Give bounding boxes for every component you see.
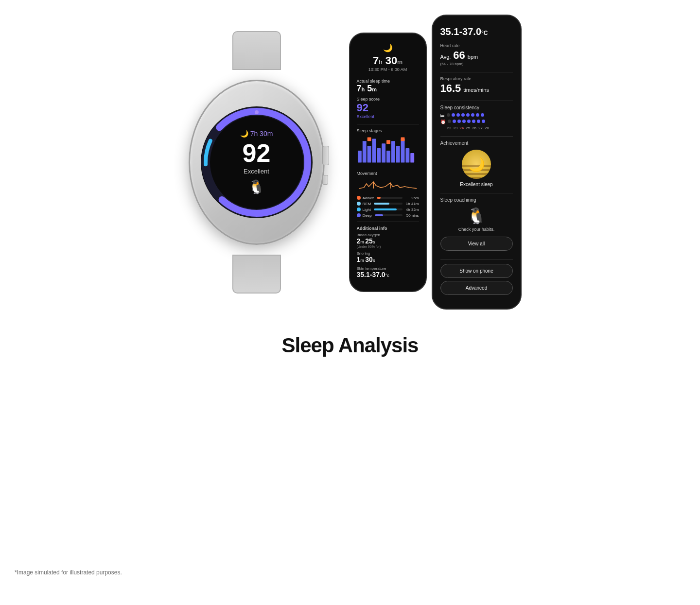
watch-moon-icon: 🌙 bbox=[240, 130, 248, 138]
view-all-button[interactable]: View all bbox=[440, 237, 513, 251]
advanced-button[interactable]: Advanced bbox=[440, 281, 513, 295]
alarm-dot-2 bbox=[453, 120, 456, 123]
time-range: 10:30 PM - 6:00 AM bbox=[357, 67, 419, 72]
blood-oxygen-row: Blood oxygen 2m 25s (Under 90% for) bbox=[357, 233, 419, 248]
snoring-row: Snoring 1m 30s bbox=[357, 251, 419, 263]
deep-time: 50mins bbox=[405, 213, 419, 218]
svg-rect-5 bbox=[362, 141, 366, 162]
alarm-dot-4 bbox=[462, 120, 466, 123]
svg-point-3 bbox=[255, 110, 259, 114]
medal-icon: 🌙 bbox=[462, 150, 491, 179]
alarm-dot-7 bbox=[477, 120, 480, 123]
phone-screen-metrics: 35.1-37.0°C Heart rate Avg. 66 bpm (54 -… bbox=[432, 15, 522, 310]
svg-rect-17 bbox=[386, 140, 390, 144]
awake-row: Awake 25m bbox=[357, 196, 419, 200]
svg-rect-14 bbox=[405, 148, 409, 163]
watch-screen: 🌙 7h 30m 92 Excellent 🐧 bbox=[201, 106, 313, 218]
sleep-stages-chart bbox=[357, 136, 419, 165]
watch-outer: 🌙 7h 30m 92 Excellent 🐧 bbox=[189, 80, 325, 245]
svg-rect-9 bbox=[382, 143, 385, 162]
svg-rect-4 bbox=[357, 151, 361, 163]
movement-label: Movement bbox=[357, 171, 419, 176]
svg-rect-18 bbox=[401, 137, 404, 141]
watch-time: 7h 30m bbox=[250, 130, 273, 138]
dot-8 bbox=[481, 113, 484, 117]
svg-rect-8 bbox=[377, 148, 381, 163]
score-number: 92 bbox=[357, 102, 419, 114]
svg-rect-6 bbox=[367, 146, 371, 162]
additional-info-label: Additional info bbox=[357, 226, 419, 231]
coaching-section: Sleep coachinng 🐧 Check your habits. Vie… bbox=[440, 197, 513, 254]
page-title: Sleep Analysis bbox=[282, 334, 419, 357]
respiratory-section: Respiratory rate 16.5 times/mins bbox=[440, 76, 513, 95]
skin-temp-row: Skin temperature 35.1-37.0°c bbox=[357, 266, 419, 278]
watch-penguin-icon: 🐧 bbox=[240, 179, 273, 195]
dot-5 bbox=[466, 113, 470, 117]
heart-rate-label: Heart rate bbox=[440, 43, 513, 48]
actual-time: 7h 5m bbox=[357, 84, 419, 94]
alarm-dot-8 bbox=[482, 120, 485, 123]
respiratory-value: 16.5 times/mins bbox=[440, 82, 513, 95]
coaching-title: Sleep coachinng bbox=[440, 197, 513, 203]
alarm-dot-6 bbox=[472, 120, 475, 123]
watch-score: 92 bbox=[240, 140, 273, 166]
alarm-dots bbox=[448, 120, 485, 123]
blood-oxygen-value: 2m 25s bbox=[357, 237, 419, 245]
awake-bar bbox=[377, 197, 381, 199]
light-bar bbox=[374, 208, 397, 210]
deep-label: Deep bbox=[363, 213, 372, 218]
rem-row: REM 1h 41m bbox=[357, 202, 419, 206]
score-label: Sleep score bbox=[357, 97, 419, 102]
achievement-medal: 🌙 bbox=[440, 150, 513, 179]
show-on-phone-button[interactable]: Show on phone bbox=[440, 264, 513, 278]
skin-temp-label: Skin temperature bbox=[357, 266, 419, 271]
watch-band-bottom bbox=[232, 255, 281, 294]
page-title-section: Sleep Analysis bbox=[282, 310, 419, 367]
heart-rate-section: Heart rate Avg. 66 bpm (54 - 78 bpm) bbox=[440, 43, 513, 66]
coaching-text: Check your habits. bbox=[440, 227, 513, 232]
deep-bar bbox=[375, 214, 383, 216]
alarm-dot-5 bbox=[467, 120, 471, 123]
awake-time: 25m bbox=[405, 196, 419, 200]
rem-dot bbox=[357, 202, 361, 206]
sleep-consistency-section: Sleep consistency 🛏 ⏰ bbox=[440, 105, 513, 130]
phone-header: 🌙 7h 30m 10:30 PM - 6:00 AM bbox=[357, 43, 419, 72]
dot-4 bbox=[461, 113, 465, 117]
watch-band-top bbox=[232, 31, 281, 70]
achievement-title: Achievement bbox=[440, 140, 513, 146]
svg-rect-15 bbox=[410, 153, 414, 162]
dot-3 bbox=[456, 113, 460, 117]
deep-row: Deep 50mins bbox=[357, 213, 419, 218]
rem-label: REM bbox=[363, 202, 371, 206]
blood-oxygen-sub: (Under 90% for) bbox=[357, 245, 419, 248]
deep-dot bbox=[357, 213, 361, 217]
watch-button bbox=[322, 175, 328, 185]
score-text: Excellent bbox=[357, 114, 419, 119]
bed-dots bbox=[447, 113, 484, 117]
day-numbers: 22 23 24 25 26 27 28 bbox=[440, 126, 513, 130]
svg-rect-10 bbox=[386, 151, 390, 163]
svg-rect-7 bbox=[372, 138, 376, 162]
moon-icon: 🌙 bbox=[357, 43, 419, 52]
disclaimer: *Image simulated for illustrated purpose… bbox=[15, 569, 122, 576]
rem-time: 1h 41m bbox=[405, 202, 419, 206]
blood-oxygen-label: Blood oxygen bbox=[357, 233, 419, 237]
svg-rect-12 bbox=[396, 146, 400, 162]
light-time: 4h 32m bbox=[405, 207, 419, 212]
movement-chart bbox=[357, 178, 419, 190]
heart-rate-sub: (54 - 78 bpm) bbox=[440, 62, 513, 66]
svg-rect-11 bbox=[391, 141, 395, 162]
watch-content: 🌙 7h 30m 92 Excellent 🐧 bbox=[240, 130, 273, 195]
skin-temp-value: 35.1-37.0°c bbox=[357, 271, 419, 278]
temp-range-title: 35.1-37.0°C bbox=[440, 26, 513, 37]
achievement-section: Achievement 🌙 Excellent sleep bbox=[440, 140, 513, 187]
light-dot bbox=[357, 207, 361, 211]
actual-label: Actual sleep time bbox=[357, 79, 419, 84]
dot-7 bbox=[476, 113, 479, 117]
light-label: Light bbox=[363, 207, 371, 212]
svg-rect-13 bbox=[401, 138, 404, 162]
achievement-name: Excellent sleep bbox=[440, 182, 513, 187]
light-row: Light 4h 32m bbox=[357, 207, 419, 212]
dot-1 bbox=[447, 113, 450, 117]
dot-6 bbox=[471, 113, 474, 117]
